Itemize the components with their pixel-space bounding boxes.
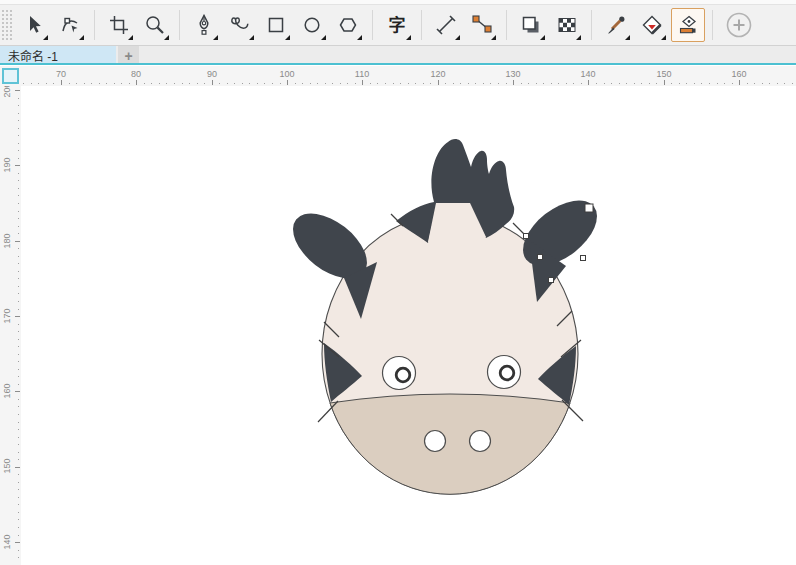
ruler-tick xyxy=(370,83,371,84)
ruler-tick xyxy=(724,83,725,84)
right-nostril[interactable] xyxy=(470,431,491,452)
ruler-tick xyxy=(31,83,32,84)
ruler-tick xyxy=(272,83,273,84)
ruler-tick xyxy=(566,83,567,84)
interactive-fill-tool[interactable] xyxy=(671,8,705,42)
left-nostril[interactable] xyxy=(425,431,446,452)
ruler-tick xyxy=(656,83,657,84)
add-tools-button[interactable] xyxy=(720,8,758,42)
drop-shadow-tool[interactable] xyxy=(514,8,548,42)
ruler-tick xyxy=(543,83,544,84)
ruler-tick xyxy=(15,467,20,468)
ruler-tick xyxy=(227,83,228,84)
ruler-tick xyxy=(18,361,19,362)
circle-icon xyxy=(301,14,323,36)
ruler-tick xyxy=(18,324,19,325)
document-tab-label: 未命名 -1 xyxy=(8,47,58,64)
ruler-tick xyxy=(18,278,19,279)
ruler-tick xyxy=(701,83,702,84)
ruler-tick xyxy=(106,83,107,84)
ruler-tick xyxy=(136,80,137,85)
ruler-tick xyxy=(18,535,19,536)
horizontal-ruler[interactable]: 708090100110120130140150160 xyxy=(21,66,796,87)
transparency-tool[interactable] xyxy=(550,8,584,42)
paint-bucket-icon xyxy=(677,14,699,36)
cow-head-drawing[interactable] xyxy=(21,86,796,565)
ruler-tick xyxy=(219,83,220,84)
pick-tool[interactable] xyxy=(17,8,51,42)
rectangle-tool[interactable] xyxy=(259,8,293,42)
ruler-tick xyxy=(189,83,190,84)
ruler-tick xyxy=(18,527,19,528)
ruler-tick xyxy=(377,83,378,84)
eyedropper-tool[interactable] xyxy=(599,8,633,42)
pen-nib-icon xyxy=(193,14,215,36)
ruler-tick xyxy=(355,83,356,84)
ellipse-tool[interactable] xyxy=(295,8,329,42)
ruler-tick xyxy=(784,83,785,84)
ruler-tick xyxy=(295,83,296,84)
diamond-fill-icon xyxy=(641,14,663,36)
ruler-label: 150 xyxy=(2,458,12,473)
ruler-tick xyxy=(18,354,19,355)
ruler-origin-icon xyxy=(2,68,19,84)
ruler-tick xyxy=(257,83,258,84)
ruler-tick xyxy=(18,346,19,347)
ruler-tick xyxy=(18,203,19,204)
ruler-tick xyxy=(18,497,19,498)
zoom-tool[interactable] xyxy=(138,8,172,42)
left-ear-shape[interactable] xyxy=(281,201,378,319)
ruler-tick xyxy=(18,128,19,129)
node-handle[interactable] xyxy=(538,255,543,260)
node-handle[interactable] xyxy=(549,278,554,283)
smart-fill-tool[interactable] xyxy=(635,8,669,42)
ruler-tick xyxy=(468,83,469,84)
ruler-tick xyxy=(18,376,19,377)
toolbar-separator xyxy=(179,10,180,40)
ruler-tick xyxy=(302,83,303,84)
text-tool[interactable]: 字 xyxy=(380,8,414,42)
bezier-tool[interactable] xyxy=(223,8,257,42)
ruler-tick xyxy=(159,83,160,84)
ruler-tick xyxy=(15,391,20,392)
cursor-arrow-icon xyxy=(23,14,45,36)
ruler-tick xyxy=(18,233,19,234)
ruler-tick xyxy=(18,286,19,287)
overlapping-squares-icon xyxy=(520,14,542,36)
node-handle[interactable] xyxy=(524,234,529,239)
ruler-tick xyxy=(573,83,574,84)
pen-tool[interactable] xyxy=(187,8,221,42)
toolbar-grip-handle[interactable] xyxy=(0,8,12,42)
muzzle-shape[interactable] xyxy=(330,394,570,494)
ruler-tick xyxy=(754,83,755,84)
drawing-canvas[interactable] xyxy=(21,86,796,565)
ruler-tick xyxy=(460,83,461,84)
ruler-tick xyxy=(129,83,130,84)
ruler-tick xyxy=(430,83,431,84)
document-tab-bar: 未命名 -1 + xyxy=(0,46,796,65)
ruler-tick xyxy=(18,248,19,249)
ruler-tick xyxy=(483,83,484,84)
dimension-tool[interactable] xyxy=(429,8,463,42)
ruler-label: 70 xyxy=(56,69,66,79)
connector-tool[interactable] xyxy=(465,8,499,42)
eyedropper-icon xyxy=(605,14,627,36)
ruler-origin-box[interactable] xyxy=(0,66,21,86)
ruler-label: 170 xyxy=(2,308,12,323)
ruler-tick xyxy=(287,80,288,85)
ruler-tick xyxy=(166,83,167,84)
hexagon-icon xyxy=(337,14,359,36)
ruler-tick xyxy=(325,83,326,84)
ruler-tick xyxy=(121,83,122,84)
right-eye[interactable] xyxy=(488,356,521,389)
vertical-ruler[interactable]: 200190180170160150140 xyxy=(0,86,22,565)
shape-tool[interactable] xyxy=(53,8,87,42)
crop-tool[interactable] xyxy=(102,8,136,42)
ruler-tick xyxy=(769,83,770,84)
polygon-tool[interactable] xyxy=(331,8,365,42)
node-handle[interactable] xyxy=(581,256,586,261)
node-handle[interactable] xyxy=(585,204,593,212)
plus-icon: + xyxy=(124,48,132,64)
left-eye[interactable] xyxy=(383,357,416,390)
ruler-tick xyxy=(18,504,19,505)
